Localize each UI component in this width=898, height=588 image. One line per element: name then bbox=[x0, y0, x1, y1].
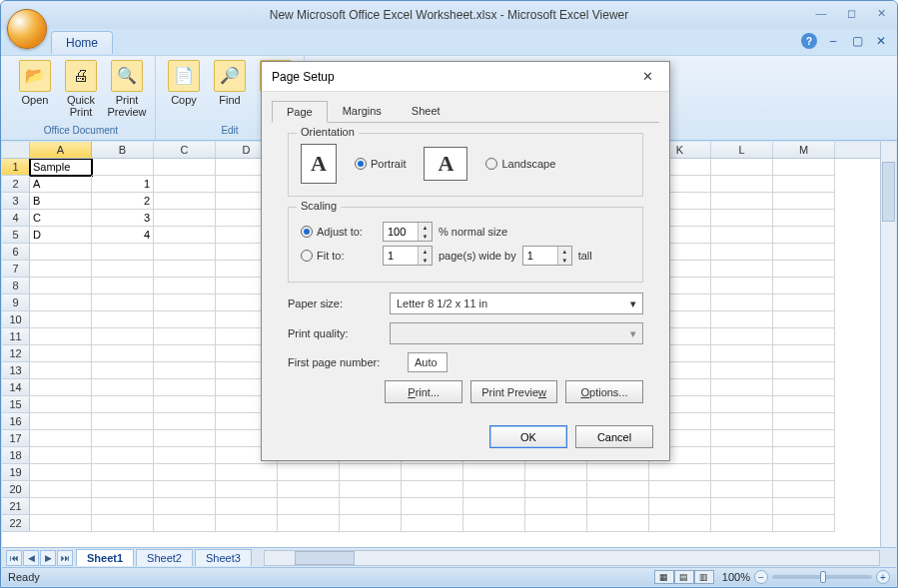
cell[interactable] bbox=[402, 515, 463, 532]
open-button[interactable]: 📂 Open bbox=[15, 60, 55, 106]
spin-down-icon[interactable]: ▼ bbox=[419, 232, 432, 241]
cell[interactable] bbox=[92, 362, 154, 379]
cell[interactable] bbox=[773, 227, 835, 244]
sheet-nav-last-icon[interactable]: ⏭ bbox=[57, 550, 73, 566]
ok-button[interactable]: OK bbox=[489, 425, 567, 448]
sheet-tab-sheet2[interactable]: Sheet2 bbox=[136, 549, 193, 566]
cell[interactable] bbox=[278, 481, 340, 498]
cell[interactable] bbox=[154, 210, 216, 227]
cell[interactable] bbox=[463, 481, 525, 498]
horizontal-scrollbar[interactable] bbox=[264, 550, 880, 566]
cell[interactable] bbox=[30, 278, 92, 294]
cell[interactable] bbox=[92, 294, 154, 311]
portrait-radio[interactable]: Portrait bbox=[355, 158, 406, 170]
row-header[interactable]: 11 bbox=[2, 328, 30, 345]
fit-to-radio[interactable]: Fit to: bbox=[301, 250, 377, 262]
row-header[interactable]: 5 bbox=[2, 227, 30, 244]
ribbon-restore-icon[interactable]: ▢ bbox=[849, 33, 865, 49]
row-header[interactable]: 19 bbox=[2, 464, 30, 481]
sheet-nav-first-icon[interactable]: ⏮ bbox=[6, 550, 22, 566]
select-all-corner[interactable] bbox=[2, 142, 30, 158]
quick-print-button[interactable]: 🖨 Quick Print bbox=[61, 60, 101, 118]
maximize-icon[interactable]: ◻ bbox=[841, 5, 861, 21]
cell[interactable] bbox=[711, 396, 773, 413]
sheet-nav-prev-icon[interactable]: ◀ bbox=[23, 550, 39, 566]
row-header[interactable]: 13 bbox=[2, 362, 30, 379]
cell[interactable] bbox=[773, 481, 835, 498]
cell[interactable] bbox=[711, 464, 773, 481]
cell[interactable] bbox=[92, 379, 154, 396]
cell[interactable] bbox=[649, 481, 711, 498]
dialog-tab-sheet[interactable]: Sheet bbox=[397, 100, 455, 122]
fit-tall-input[interactable] bbox=[523, 247, 557, 265]
print-preview-button[interactable]: Print Preview bbox=[470, 380, 557, 403]
row-header[interactable]: 22 bbox=[2, 515, 30, 532]
row-header[interactable]: 16 bbox=[2, 413, 30, 430]
row-header[interactable]: 20 bbox=[2, 481, 30, 498]
cell[interactable] bbox=[773, 244, 835, 261]
cell[interactable]: 1 bbox=[92, 176, 154, 193]
adjust-to-spinbox[interactable]: ▲▼ bbox=[383, 222, 433, 242]
cell[interactable] bbox=[773, 498, 835, 515]
cell[interactable] bbox=[773, 379, 835, 396]
office-button[interactable] bbox=[7, 9, 47, 49]
cell[interactable] bbox=[154, 345, 216, 362]
zoom-in-icon[interactable]: + bbox=[876, 570, 890, 584]
cell[interactable] bbox=[154, 515, 216, 532]
cell[interactable] bbox=[154, 481, 216, 498]
cell[interactable] bbox=[30, 481, 92, 498]
close-icon[interactable]: ✕ bbox=[871, 5, 891, 21]
cell[interactable] bbox=[92, 159, 154, 176]
cell[interactable] bbox=[773, 430, 835, 447]
zoom-out-icon[interactable]: − bbox=[754, 570, 768, 584]
row-header[interactable]: 18 bbox=[2, 447, 30, 464]
cell[interactable] bbox=[587, 464, 649, 481]
cell[interactable] bbox=[711, 193, 773, 210]
cell[interactable]: 2 bbox=[92, 193, 154, 210]
cell[interactable] bbox=[711, 362, 773, 379]
cell[interactable] bbox=[154, 447, 216, 464]
cell[interactable] bbox=[773, 210, 835, 227]
landscape-radio[interactable]: Landscape bbox=[485, 158, 555, 170]
column-header-L[interactable]: L bbox=[711, 142, 773, 158]
cell[interactable] bbox=[773, 413, 835, 430]
zoom-percent[interactable]: 100% bbox=[722, 571, 750, 583]
print-preview-button[interactable]: 🔍 Print Preview bbox=[107, 60, 147, 118]
cell[interactable] bbox=[587, 515, 649, 532]
cell[interactable] bbox=[92, 244, 154, 261]
cell[interactable] bbox=[92, 345, 154, 362]
cell[interactable] bbox=[773, 159, 835, 176]
cell[interactable] bbox=[711, 413, 773, 430]
cell[interactable] bbox=[773, 328, 835, 345]
cell[interactable] bbox=[154, 278, 216, 294]
cell[interactable] bbox=[278, 515, 340, 532]
sheet-nav-next-icon[interactable]: ▶ bbox=[40, 550, 56, 566]
cell[interactable] bbox=[340, 515, 402, 532]
vertical-scrollbar[interactable] bbox=[880, 142, 896, 547]
cell[interactable] bbox=[402, 481, 463, 498]
print-button[interactable]: Print... bbox=[385, 380, 462, 403]
cell[interactable] bbox=[216, 481, 278, 498]
row-header[interactable]: 12 bbox=[2, 345, 30, 362]
view-normal-icon[interactable]: ▦ bbox=[654, 570, 674, 584]
view-page-break-icon[interactable]: ▥ bbox=[694, 570, 714, 584]
cell[interactable] bbox=[773, 278, 835, 294]
cell[interactable] bbox=[30, 261, 92, 278]
cell[interactable] bbox=[154, 498, 216, 515]
first-page-input[interactable]: Auto bbox=[408, 352, 448, 372]
cell[interactable] bbox=[30, 515, 92, 532]
zoom-slider-knob[interactable] bbox=[820, 571, 826, 583]
cell[interactable] bbox=[587, 481, 649, 498]
cell[interactable] bbox=[92, 311, 154, 328]
fit-wide-input[interactable] bbox=[384, 247, 418, 265]
cell[interactable] bbox=[216, 498, 278, 515]
cell[interactable] bbox=[711, 481, 773, 498]
cell[interactable] bbox=[463, 515, 525, 532]
cell[interactable] bbox=[773, 193, 835, 210]
help-icon[interactable]: ? bbox=[801, 33, 817, 49]
cell[interactable] bbox=[154, 430, 216, 447]
cell[interactable] bbox=[711, 176, 773, 193]
cell[interactable] bbox=[773, 345, 835, 362]
cell[interactable] bbox=[30, 311, 92, 328]
cell[interactable] bbox=[30, 362, 92, 379]
